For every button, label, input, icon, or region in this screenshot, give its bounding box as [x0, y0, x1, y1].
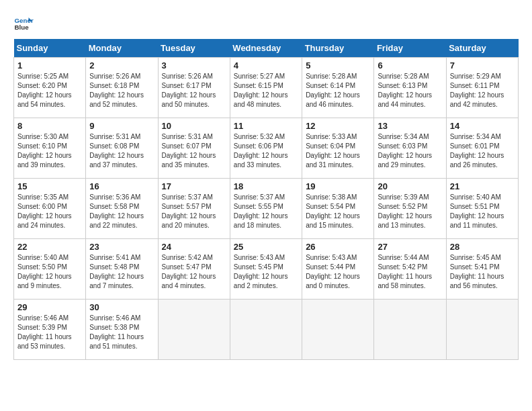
day-number: 14 — [450, 121, 515, 131]
day-info: Sunrise: 5:46 AM Sunset: 5:38 PM Dayligh… — [89, 314, 154, 351]
calendar-header-row: SundayMondayTuesdayWednesdayThursdayFrid… — [14, 39, 519, 58]
calendar-cell: 17Sunrise: 5:37 AM Sunset: 5:57 PM Dayli… — [158, 179, 230, 239]
day-number: 7 — [450, 60, 515, 71]
day-info: Sunrise: 5:28 AM Sunset: 6:13 PM Dayligh… — [378, 72, 442, 109]
calendar-cell: 6Sunrise: 5:28 AM Sunset: 6:13 PM Daylig… — [374, 58, 446, 118]
day-number: 1 — [17, 60, 82, 71]
calendar-cell — [158, 300, 230, 360]
day-number: 11 — [234, 121, 298, 131]
day-info: Sunrise: 5:29 AM Sunset: 6:11 PM Dayligh… — [450, 72, 515, 109]
day-info: Sunrise: 5:28 AM Sunset: 6:14 PM Dayligh… — [306, 72, 370, 109]
calendar-week-5: 29Sunrise: 5:46 AM Sunset: 5:39 PM Dayli… — [14, 300, 519, 360]
day-info: Sunrise: 5:45 AM Sunset: 5:41 PM Dayligh… — [450, 253, 515, 291]
day-number: 9 — [89, 121, 154, 131]
day-info: Sunrise: 5:26 AM Sunset: 6:18 PM Dayligh… — [89, 72, 154, 109]
day-info: Sunrise: 5:31 AM Sunset: 6:08 PM Dayligh… — [89, 132, 154, 170]
calendar-cell: 3Sunrise: 5:26 AM Sunset: 6:17 PM Daylig… — [158, 58, 230, 118]
day-info: Sunrise: 5:31 AM Sunset: 6:07 PM Dayligh… — [162, 132, 226, 170]
calendar-cell: 10Sunrise: 5:31 AM Sunset: 6:07 PM Dayli… — [158, 118, 230, 179]
calendar-cell: 8Sunrise: 5:30 AM Sunset: 6:10 PM Daylig… — [14, 118, 86, 179]
calendar-cell: 5Sunrise: 5:28 AM Sunset: 6:14 PM Daylig… — [302, 58, 374, 118]
calendar-cell: 30Sunrise: 5:46 AM Sunset: 5:38 PM Dayli… — [86, 300, 158, 360]
calendar-cell: 14Sunrise: 5:34 AM Sunset: 6:01 PM Dayli… — [446, 118, 518, 179]
day-number: 25 — [234, 242, 298, 252]
day-number: 29 — [17, 302, 82, 312]
day-number: 13 — [378, 121, 442, 131]
calendar-week-1: 1Sunrise: 5:25 AM Sunset: 6:20 PM Daylig… — [14, 58, 519, 118]
day-info: Sunrise: 5:33 AM Sunset: 6:04 PM Dayligh… — [306, 132, 370, 170]
day-number: 8 — [17, 121, 82, 131]
day-info: Sunrise: 5:39 AM Sunset: 5:52 PM Dayligh… — [378, 193, 442, 230]
day-header-sunday: Sunday — [14, 39, 86, 58]
day-info: Sunrise: 5:34 AM Sunset: 6:01 PM Dayligh… — [450, 132, 515, 170]
day-info: Sunrise: 5:43 AM Sunset: 5:44 PM Dayligh… — [306, 253, 370, 291]
day-info: Sunrise: 5:41 AM Sunset: 5:48 PM Dayligh… — [89, 253, 154, 291]
day-info: Sunrise: 5:27 AM Sunset: 6:15 PM Dayligh… — [234, 72, 298, 109]
calendar-cell: 20Sunrise: 5:39 AM Sunset: 5:52 PM Dayli… — [374, 179, 446, 239]
day-header-tuesday: Tuesday — [158, 39, 230, 58]
day-number: 10 — [162, 121, 226, 131]
day-number: 22 — [17, 242, 82, 252]
day-info: Sunrise: 5:46 AM Sunset: 5:39 PM Dayligh… — [17, 314, 82, 351]
day-info: Sunrise: 5:44 AM Sunset: 5:42 PM Dayligh… — [378, 253, 442, 291]
svg-text:Blue: Blue — [15, 24, 30, 31]
day-info: Sunrise: 5:40 AM Sunset: 5:51 PM Dayligh… — [450, 193, 515, 230]
calendar-cell: 18Sunrise: 5:37 AM Sunset: 5:55 PM Dayli… — [230, 179, 302, 239]
day-info: Sunrise: 5:40 AM Sunset: 5:50 PM Dayligh… — [17, 253, 82, 291]
calendar-week-4: 22Sunrise: 5:40 AM Sunset: 5:50 PM Dayli… — [14, 239, 519, 300]
calendar-cell: 23Sunrise: 5:41 AM Sunset: 5:48 PM Dayli… — [86, 239, 158, 300]
calendar-cell: 19Sunrise: 5:38 AM Sunset: 5:54 PM Dayli… — [302, 179, 374, 239]
day-header-wednesday: Wednesday — [230, 39, 302, 58]
day-info: Sunrise: 5:30 AM Sunset: 6:10 PM Dayligh… — [17, 132, 82, 170]
calendar-cell — [302, 300, 374, 360]
day-number: 15 — [17, 181, 82, 191]
day-info: Sunrise: 5:38 AM Sunset: 5:54 PM Dayligh… — [306, 193, 370, 230]
day-info: Sunrise: 5:34 AM Sunset: 6:03 PM Dayligh… — [378, 132, 442, 170]
calendar-cell: 12Sunrise: 5:33 AM Sunset: 6:04 PM Dayli… — [302, 118, 374, 179]
calendar-cell: 29Sunrise: 5:46 AM Sunset: 5:39 PM Dayli… — [14, 300, 86, 360]
calendar-cell: 9Sunrise: 5:31 AM Sunset: 6:08 PM Daylig… — [86, 118, 158, 179]
calendar-cell: 15Sunrise: 5:35 AM Sunset: 6:00 PM Dayli… — [14, 179, 86, 239]
day-info: Sunrise: 5:37 AM Sunset: 5:57 PM Dayligh… — [162, 193, 226, 230]
day-info: Sunrise: 5:37 AM Sunset: 5:55 PM Dayligh… — [234, 193, 298, 230]
day-number: 4 — [234, 60, 298, 71]
day-info: Sunrise: 5:35 AM Sunset: 6:00 PM Dayligh… — [17, 193, 82, 230]
calendar-body: 1Sunrise: 5:25 AM Sunset: 6:20 PM Daylig… — [14, 58, 519, 360]
day-number: 20 — [378, 181, 442, 191]
day-info: Sunrise: 5:25 AM Sunset: 6:20 PM Dayligh… — [17, 72, 82, 109]
day-number: 5 — [306, 60, 370, 71]
calendar-cell: 25Sunrise: 5:43 AM Sunset: 5:45 PM Dayli… — [230, 239, 302, 300]
day-header-saturday: Saturday — [446, 39, 518, 58]
calendar-cell: 2Sunrise: 5:26 AM Sunset: 6:18 PM Daylig… — [86, 58, 158, 118]
day-number: 30 — [89, 302, 154, 312]
day-number: 27 — [378, 242, 442, 252]
day-number: 24 — [162, 242, 226, 252]
calendar-cell: 11Sunrise: 5:32 AM Sunset: 6:06 PM Dayli… — [230, 118, 302, 179]
logo-icon: General Blue — [13, 13, 34, 34]
logo: General Blue — [13, 13, 35, 34]
calendar-cell: 22Sunrise: 5:40 AM Sunset: 5:50 PM Dayli… — [14, 239, 86, 300]
calendar-cell — [374, 300, 446, 360]
calendar-cell: 27Sunrise: 5:44 AM Sunset: 5:42 PM Dayli… — [374, 239, 446, 300]
day-number: 23 — [89, 242, 154, 252]
day-number: 2 — [89, 60, 154, 71]
page-header: General Blue — [13, 13, 519, 34]
calendar-cell: 4Sunrise: 5:27 AM Sunset: 6:15 PM Daylig… — [230, 58, 302, 118]
calendar-cell: 1Sunrise: 5:25 AM Sunset: 6:20 PM Daylig… — [14, 58, 86, 118]
day-header-monday: Monday — [86, 39, 158, 58]
day-number: 3 — [162, 60, 226, 71]
calendar-cell: 7Sunrise: 5:29 AM Sunset: 6:11 PM Daylig… — [446, 58, 518, 118]
day-number: 18 — [234, 181, 298, 191]
day-number: 19 — [306, 181, 370, 191]
day-header-friday: Friday — [374, 39, 446, 58]
day-number: 17 — [162, 181, 226, 191]
day-info: Sunrise: 5:32 AM Sunset: 6:06 PM Dayligh… — [234, 132, 298, 170]
day-info: Sunrise: 5:26 AM Sunset: 6:17 PM Dayligh… — [162, 72, 226, 109]
calendar-table: SundayMondayTuesdayWednesdayThursdayFrid… — [13, 39, 519, 360]
calendar-week-3: 15Sunrise: 5:35 AM Sunset: 6:00 PM Dayli… — [14, 179, 519, 239]
day-number: 16 — [89, 181, 154, 191]
calendar-cell: 13Sunrise: 5:34 AM Sunset: 6:03 PM Dayli… — [374, 118, 446, 179]
calendar-cell: 16Sunrise: 5:36 AM Sunset: 5:58 PM Dayli… — [86, 179, 158, 239]
day-number: 26 — [306, 242, 370, 252]
day-number: 6 — [378, 60, 442, 71]
